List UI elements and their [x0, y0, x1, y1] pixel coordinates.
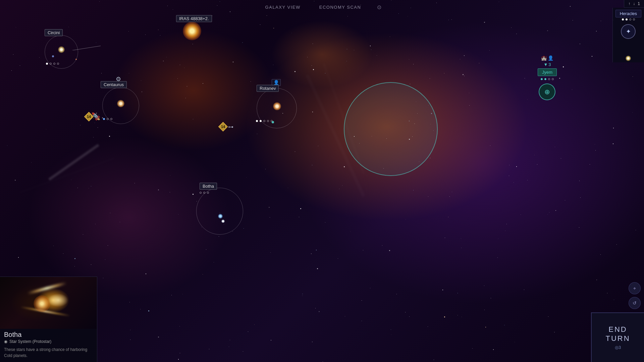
star-particle: [71, 180, 71, 180]
star-particle: [317, 268, 318, 269]
map-icon-button[interactable]: ⌖: [629, 282, 641, 294]
star-particle: [382, 245, 382, 246]
star-particle: [409, 121, 410, 121]
star-particle: [433, 130, 434, 131]
star-particle: [141, 80, 141, 81]
star-particle: [431, 113, 432, 114]
star-particle: [428, 326, 428, 327]
star-particle: [547, 30, 548, 31]
star-particle: [244, 228, 244, 229]
fleet-unit-1[interactable]: 14 🚀: [86, 112, 101, 121]
star-particle: [318, 146, 318, 146]
star-particle: [184, 68, 184, 68]
star-particle: [312, 112, 313, 112]
star-particle: [537, 164, 537, 165]
star-particle: [595, 150, 596, 150]
star-particle: [325, 222, 325, 223]
star-particle: [462, 317, 462, 317]
star-particle: [525, 78, 525, 78]
fleet-badge-2: 14: [218, 122, 228, 131]
circini-dot-4: [57, 63, 59, 65]
star-particle: [229, 347, 229, 347]
star-particle: [233, 62, 233, 62]
botha-dots: [200, 192, 209, 194]
star-particle: [383, 168, 384, 169]
rotanev-dots: [256, 120, 273, 122]
rotate-icon-button[interactable]: ↺: [629, 297, 641, 309]
star-particle: [413, 190, 414, 190]
star-particle: [158, 29, 159, 30]
star-particle: [436, 3, 437, 3]
system-type-row: ◉ Star System (Protostar): [0, 339, 97, 345]
star-particle: [514, 182, 514, 183]
centaurus-label[interactable]: Centaurus: [101, 81, 127, 88]
star-particle: [270, 217, 270, 218]
star-particle: [632, 112, 633, 113]
centaurus-dot-2: [107, 118, 109, 120]
star-particle: [74, 258, 75, 259]
star-particle: [414, 123, 415, 124]
nav-extra-icon[interactable]: ⊙: [377, 4, 381, 10]
jyem-area[interactable]: 🏰 👤 ▼ 3 Jyem ⊕: [538, 55, 557, 100]
down-arrow-icon: ▼: [543, 62, 548, 67]
fleet-unit-2[interactable]: 14 ⊶: [220, 123, 233, 130]
circini-label[interactable]: Circini: [45, 29, 63, 36]
star-particle: [350, 231, 351, 232]
centaurus-dots: [103, 118, 112, 120]
jyem-label[interactable]: Jyem: [538, 68, 557, 76]
star-particle: [613, 143, 613, 144]
star-particle: [460, 59, 460, 59]
end-turn-label: END TURN: [605, 325, 630, 343]
star-particle: [524, 290, 524, 290]
star-particle: [315, 308, 316, 308]
star-particle: [430, 124, 431, 124]
star-particle: [313, 44, 313, 44]
star-particle: [493, 349, 494, 350]
star-particle: [555, 147, 555, 147]
star-particle: [7, 145, 7, 146]
star-particle: [484, 286, 484, 286]
star-particle: [484, 310, 485, 310]
heracles-name-label[interactable]: Heracles: [615, 10, 641, 17]
star-particle: [95, 123, 95, 123]
jyem-building-icons: 🏰 👤: [541, 55, 553, 61]
nav-economy-scan[interactable]: ECONOMY SCAN: [317, 3, 364, 11]
star-particle: [109, 136, 110, 137]
star-particle: [561, 158, 561, 159]
star-particle: [178, 359, 179, 360]
star-particle: [469, 93, 469, 93]
notification-bar[interactable]: ↑ ↓ 1: [624, 0, 644, 8]
star-particle: [461, 248, 462, 248]
star-particle: [412, 136, 413, 137]
star-particle: [362, 321, 362, 321]
star-particle: [299, 217, 299, 217]
star-particle: [354, 50, 354, 50]
star-particle: [267, 15, 267, 16]
star-particle: [219, 236, 219, 237]
iras-label[interactable]: IRAS 48838+2.: [176, 15, 212, 22]
star-particle: [505, 231, 505, 231]
star-particle: [410, 84, 410, 84]
star-particle: [187, 86, 187, 86]
end-turn-button[interactable]: END TURN ◎3: [591, 312, 644, 362]
star-particle: [490, 145, 490, 146]
star-particle: [498, 239, 498, 239]
star-particle: [217, 5, 217, 6]
star-particle: [170, 192, 170, 192]
rotate-icon: ↺: [633, 300, 637, 306]
ship-icon-2: ⊶: [228, 124, 233, 130]
jyem-icon[interactable]: ⊕: [539, 83, 555, 100]
star-particle: [491, 298, 491, 298]
rotanev-label[interactable]: Rotanev: [257, 85, 279, 92]
star-particle: [362, 300, 362, 301]
star-particle: [616, 244, 617, 245]
botha-label[interactable]: Botha: [200, 183, 217, 190]
star-particle: [342, 185, 342, 186]
nav-galaxy-view[interactable]: GALAXY VIEW: [263, 3, 303, 11]
star-particle: [409, 316, 410, 317]
rotanev-dot-2: [260, 120, 262, 122]
heracles-icon[interactable]: ✦: [621, 24, 636, 39]
star-particle: [461, 238, 461, 239]
star-particle: [451, 19, 452, 20]
star-particle: [98, 127, 98, 128]
